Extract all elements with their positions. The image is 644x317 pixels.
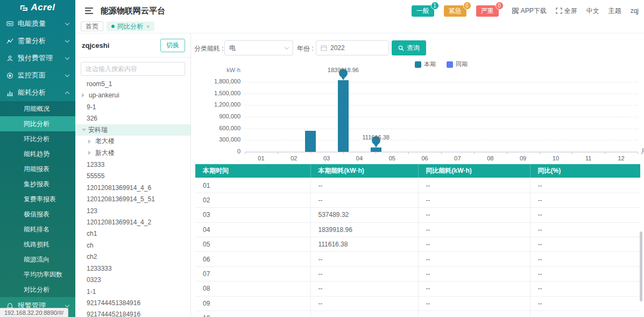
submenu-item-复费率报表[interactable]: 复费率报表 (0, 192, 75, 207)
theme-switch[interactable]: 主题 (608, 6, 621, 16)
tree-item-12012081369914_5_51[interactable]: 12012081369914_5_51 (75, 193, 190, 205)
tab-同比分析[interactable]: 同比分析× (107, 22, 154, 31)
tree-item-1-1[interactable]: 1-1 (75, 286, 190, 297)
x-axis-tick (245, 152, 245, 154)
submenu-item-能耗趋势[interactable]: 能耗趋势 (0, 146, 75, 161)
tree-item-0323[interactable]: 0323 (75, 274, 190, 285)
table-cell: 08 (195, 281, 310, 296)
tree-item-12333[interactable]: 12333 (75, 159, 190, 170)
main-content: 分类能耗 : 电 年份 : 2022 查询 本期同期 kW·h 1839918.… (191, 33, 644, 317)
table-cell: 09 (195, 296, 310, 311)
submenu-item-平均功率因数[interactable]: 平均功率因数 (0, 267, 75, 282)
submenu-item-线路损耗[interactable]: 线路损耗 (0, 237, 75, 252)
submenu-item-用能概况[interactable]: 用能概况 (0, 101, 75, 116)
fullscreen-icon (556, 8, 562, 14)
tree-item-921744451384916[interactable]: 921744451384916 (75, 297, 190, 308)
alarm-chip-label: 严重 (481, 7, 494, 15)
x-axis-tick (507, 152, 507, 154)
sidebar-item-能耗分析[interactable]: 能耗分析 (0, 84, 75, 101)
fullscreen-link[interactable]: 全屏 (556, 6, 577, 16)
table-cell: 537489.32 (310, 208, 418, 222)
device-tree-panel: zqjceshi 切换 room5_1up-ankerui9-1326安科瑞老大… (75, 33, 191, 317)
close-tab-icon[interactable]: × (146, 23, 150, 30)
legend-label: 本期 (424, 60, 436, 68)
table-row: 07------ (195, 266, 640, 281)
submenu-item-能源流向[interactable]: 能源流向 (0, 252, 75, 267)
table-cell: -- (530, 266, 640, 281)
tree-item-123[interactable]: 123 (75, 205, 190, 216)
sidebar-item-电能质量[interactable]: 电能质量 (0, 15, 75, 32)
table-cell: -- (418, 208, 530, 222)
collapse-menu-icon[interactable] (85, 8, 93, 14)
legend-item-本期[interactable]: 本期 (415, 60, 436, 68)
app-download-link[interactable]: APP下载 (512, 6, 547, 16)
submenu-item-用能报表[interactable]: 用能报表 (0, 161, 75, 177)
sidebar-item-label: 需量分析 (18, 36, 46, 46)
x-tick-label: 02 (283, 155, 305, 161)
tree-collapsed-arrow-icon[interactable] (88, 139, 93, 144)
category-select[interactable]: 电 (224, 40, 293, 55)
x-axis-tick (376, 152, 376, 154)
tree-item-room5_1[interactable]: room5_1 (75, 78, 190, 89)
tree-expanded-arrow-icon[interactable] (82, 129, 86, 133)
table-cell: 05 (195, 237, 310, 252)
tree-item-55555[interactable]: 55555 (75, 171, 190, 182)
tree-item-up-ankerui[interactable]: up-ankerui (75, 89, 190, 101)
alarm-count-badge: 0 (496, 2, 504, 10)
gridline (245, 129, 638, 129)
tree-collapsed-arrow-icon[interactable] (82, 93, 87, 97)
tree-item-label: 新大楼 (95, 149, 115, 158)
user-menu[interactable]: zqj (631, 7, 639, 15)
submenu-item-对比分析[interactable]: 对比分析 (0, 282, 75, 297)
tree-header: zqjceshi 切换 (75, 33, 190, 58)
switch-project-button[interactable]: 切换 (160, 39, 185, 52)
tree-item-12012081369914_4_2[interactable]: 12012081369914_4_2 (75, 216, 190, 228)
language-label: 中文 (586, 6, 599, 16)
tree-item-ch1[interactable]: ch1 (75, 228, 190, 239)
monitor-icon (6, 72, 13, 79)
x-tick-label: 03 (316, 155, 337, 161)
alarm-chip-紧急[interactable]: 紧急0 (444, 5, 466, 17)
col-header-yoy-percent: 同比(%) (530, 164, 640, 178)
table-cell: -- (418, 266, 530, 281)
tree-search-input[interactable] (81, 62, 185, 76)
language-switch[interactable]: 中文 (586, 6, 599, 16)
sidebar-item-监控页面[interactable]: 监控页面 (0, 67, 75, 84)
alarm-chip-一般[interactable]: 一般1 (412, 5, 434, 17)
tree-item-老大楼[interactable]: 老大楼 (75, 136, 190, 147)
tree-item-921744452184916[interactable]: 921744452184916 (75, 309, 190, 317)
query-button[interactable]: 查询 (392, 40, 426, 55)
tree-item-安科瑞[interactable]: 安科瑞 (75, 124, 190, 136)
tree-item-9-1[interactable]: 9-1 (75, 101, 190, 112)
query-button-label: 查询 (407, 44, 420, 53)
tree-item-ch[interactable]: ch (75, 239, 190, 251)
tree-item-1233333[interactable]: 1233333 (75, 263, 190, 274)
table-cell: -- (530, 193, 640, 207)
tree-item-label: 1233333 (87, 265, 112, 272)
sidebar-item-需量分析[interactable]: 需量分析 (0, 32, 75, 50)
submenu-item-能耗排名[interactable]: 能耗排名 (0, 222, 75, 237)
submenu-item-极值报表[interactable]: 极值报表 (0, 207, 75, 222)
tab-首页[interactable]: 首页 (81, 22, 103, 31)
tree-item-12012081369914_4_6[interactable]: 12012081369914_4_6 (75, 182, 190, 193)
alarm-count-badge: 1 (431, 2, 439, 10)
bar-month-04 (338, 80, 349, 152)
chevron-down-icon (65, 20, 69, 25)
table-cell: -- (418, 281, 530, 296)
submenu-item-集抄报表[interactable]: 集抄报表 (0, 177, 75, 192)
alarm-chip-严重[interactable]: 严重0 (476, 5, 499, 17)
submenu-item-同比分析[interactable]: 同比分析 (0, 116, 75, 131)
submenu-item-环比分析[interactable]: 环比分析 (0, 131, 75, 146)
table-scrollbar[interactable] (640, 231, 642, 301)
tree-item-326[interactable]: 326 (75, 112, 190, 124)
tree-item-ch2[interactable]: ch2 (75, 251, 190, 263)
table-cell: -- (310, 296, 418, 311)
tree-collapsed-arrow-icon[interactable] (88, 151, 93, 155)
table-row: 05111616.38---- (195, 237, 640, 252)
year-picker[interactable]: 2022 (316, 40, 389, 55)
calendar-icon (321, 45, 327, 51)
tree-item-新大楼[interactable]: 新大楼 (75, 147, 190, 159)
tree-item-label: up-ankerui (89, 91, 119, 99)
sidebar-item-预付费管理[interactable]: 预付费管理 (0, 50, 75, 67)
legend-item-同期[interactable]: 同期 (447, 60, 468, 68)
